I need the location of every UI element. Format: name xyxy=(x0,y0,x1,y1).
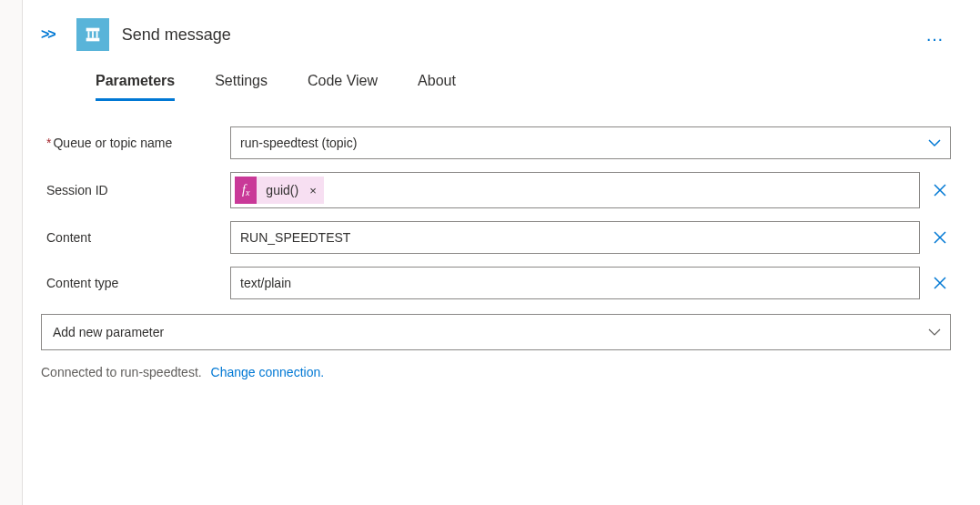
label-queue: Queue or topic name xyxy=(41,136,219,150)
parameters-form: Queue or topic name run-speedtest (topic… xyxy=(41,126,951,299)
row-queue: Queue or topic name run-speedtest (topic… xyxy=(41,126,951,159)
row-session-id: Session ID fx guid() × xyxy=(41,172,951,208)
queue-value: run-speedtest (topic) xyxy=(240,136,917,150)
connection-status-prefix: Connected to xyxy=(41,365,120,379)
content-value: RUN_SPEEDTEST xyxy=(240,230,910,245)
add-parameter-label: Add new parameter xyxy=(53,325,164,339)
expression-text: guid() xyxy=(266,183,298,197)
row-content: Content RUN_SPEEDTEST xyxy=(41,221,951,254)
more-menu-icon[interactable]: … xyxy=(920,25,951,45)
svg-rect-0 xyxy=(86,28,99,32)
content-type-value: text/plain xyxy=(240,276,910,290)
main-panel: >> Send message … Parameters Settings Co… xyxy=(23,0,980,505)
content-input[interactable]: RUN_SPEEDTEST xyxy=(230,221,920,254)
tab-strip: Parameters Settings Code View About xyxy=(96,67,951,101)
change-connection-link[interactable]: Change connection. xyxy=(211,365,325,379)
chevron-down-icon xyxy=(928,326,941,338)
card-header: >> Send message … xyxy=(41,18,951,51)
fx-icon: fx xyxy=(235,177,257,204)
label-content-type: Content type xyxy=(41,276,219,290)
connection-status: Connected to run-speedtest. Change conne… xyxy=(41,365,951,379)
left-rail xyxy=(0,0,23,505)
session-id-input[interactable]: fx guid() × xyxy=(230,172,920,208)
queue-dropdown[interactable]: run-speedtest (topic) xyxy=(230,126,951,159)
chevron-down-icon xyxy=(928,136,941,149)
row-content-type: Content type text/plain xyxy=(41,267,951,299)
expression-token[interactable]: fx guid() × xyxy=(235,177,324,204)
tab-about[interactable]: About xyxy=(418,67,456,101)
tab-parameters[interactable]: Parameters xyxy=(96,67,175,101)
action-service-bus-icon xyxy=(76,18,109,51)
token-remove-icon[interactable]: × xyxy=(309,184,317,197)
action-title: Send message xyxy=(122,25,907,45)
svg-rect-1 xyxy=(86,38,99,42)
expand-icon[interactable]: >> xyxy=(41,26,55,43)
clear-session-id-button[interactable] xyxy=(929,183,951,197)
tab-code-view[interactable]: Code View xyxy=(308,67,378,101)
label-session-id: Session ID xyxy=(41,183,219,197)
content-type-input[interactable]: text/plain xyxy=(230,267,920,299)
connection-name: run-speedtest. xyxy=(120,365,202,379)
label-content: Content xyxy=(41,230,219,245)
tab-settings[interactable]: Settings xyxy=(215,67,268,101)
clear-content-button[interactable] xyxy=(929,230,951,245)
clear-content-type-button[interactable] xyxy=(929,276,951,290)
add-parameter-dropdown[interactable]: Add new parameter xyxy=(41,314,951,350)
